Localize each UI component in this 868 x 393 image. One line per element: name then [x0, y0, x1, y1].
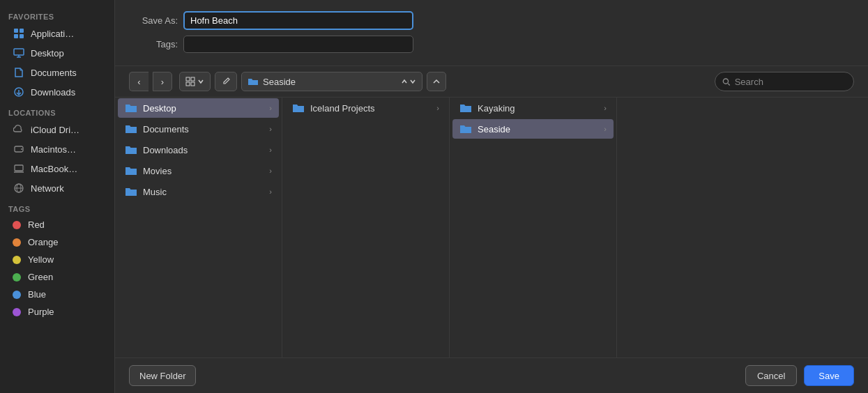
chevron-down-icon [197, 78, 204, 85]
expand-button[interactable] [427, 72, 446, 91]
sidebar-item-label: iCloud Dri… [31, 125, 79, 135]
file-name: Downloads [143, 145, 188, 155]
sidebar-item-label: Yellow [28, 254, 54, 265]
footer-actions: Cancel Save [745, 365, 854, 386]
list-item[interactable]: Downloads › [118, 140, 279, 160]
sidebar-item-documents[interactable]: Documents [4, 63, 110, 82]
location-dropdown[interactable]: Seaside [241, 72, 422, 91]
sidebar-item-macintosh[interactable]: Macintos… [4, 140, 110, 158]
sidebar-item-label: Applicati… [31, 29, 74, 39]
cancel-button[interactable]: Cancel [745, 365, 797, 386]
toolbar: ‹ › Seaside [115, 66, 868, 98]
search-box [715, 72, 854, 91]
sidebar-item-tag-green[interactable]: Green [4, 269, 110, 285]
folder-icon [292, 102, 305, 114]
save-as-input[interactable] [183, 11, 413, 30]
file-name: Kayaking [478, 103, 515, 114]
sidebar-item-label: Green [28, 272, 53, 282]
chevron-right-icon: › [269, 104, 272, 112]
sidebar: Favorites Applicati… Desktop Documents D… [0, 0, 115, 393]
green-dot [13, 273, 21, 282]
folder-icon [125, 123, 137, 135]
locations-section-label: Locations [0, 102, 114, 120]
sidebar-item-icloud[interactable]: iCloud Dri… [4, 121, 110, 139]
purple-dot [13, 308, 21, 316]
sidebar-item-tag-purple[interactable]: Purple [4, 304, 110, 320]
chevron-right-icon: › [269, 146, 272, 154]
list-item[interactable]: Iceland Projects › [285, 98, 446, 118]
tags-section-label: Tags [0, 198, 114, 216]
list-item[interactable]: Seaside › [452, 119, 614, 139]
folder-icon [125, 102, 137, 114]
chevron-up-icon [401, 78, 408, 85]
svg-rect-18 [186, 82, 190, 86]
file-name: Iceland Projects [310, 103, 375, 114]
sidebar-item-label: Blue [28, 289, 46, 300]
svg-rect-19 [191, 82, 195, 86]
folder-icon [125, 185, 137, 198]
sidebar-item-label: Documents [31, 68, 77, 78]
view-icon [185, 77, 195, 86]
sidebar-item-tag-red[interactable]: Red [4, 217, 110, 233]
column-1: Desktop › Documents › Downloads › Movies… [115, 98, 282, 357]
forward-button[interactable]: › [153, 72, 172, 91]
sidebar-item-label: Macintos… [31, 144, 76, 155]
tags-input[interactable] [183, 36, 413, 53]
sidebar-item-network[interactable]: Network [4, 179, 110, 197]
folder-icon [248, 76, 259, 87]
save-button[interactable]: Save [804, 365, 854, 386]
sidebar-item-label: Downloads [31, 87, 75, 98]
svg-rect-16 [186, 77, 190, 81]
red-dot [13, 221, 21, 229]
tags-row: Tags: [129, 36, 854, 53]
blue-dot [13, 291, 21, 299]
sidebar-item-tag-blue[interactable]: Blue [4, 286, 110, 302]
save-as-label: Save As: [129, 15, 178, 26]
svg-point-10 [21, 148, 22, 150]
svg-line-21 [728, 83, 730, 85]
desktop-icon [13, 47, 25, 59]
list-item[interactable]: Music › [118, 182, 279, 201]
sidebar-item-label: Orange [28, 237, 58, 247]
app-icon [13, 27, 25, 40]
svg-point-20 [723, 78, 728, 83]
sidebar-item-desktop[interactable]: Desktop [4, 44, 110, 62]
column-2: Iceland Projects › [282, 98, 450, 357]
sidebar-item-label: Network [31, 183, 64, 194]
list-item[interactable]: Kayaking › [452, 98, 614, 118]
location-label: Seaside [263, 77, 296, 87]
list-item[interactable]: Documents › [118, 119, 279, 139]
column-3: Kayaking › Seaside › [450, 98, 617, 357]
hdd-icon [13, 143, 25, 155]
svg-rect-4 [14, 49, 24, 55]
sidebar-item-label: Red [28, 219, 45, 230]
chevron-up-icon2 [432, 77, 441, 86]
list-item[interactable]: Movies › [118, 161, 279, 180]
file-name: Documents [143, 124, 189, 134]
list-item[interactable]: Desktop › [118, 98, 279, 118]
sidebar-item-downloads[interactable]: Downloads [4, 83, 110, 101]
yellow-dot [13, 256, 21, 264]
search-input[interactable] [735, 77, 846, 87]
network-icon [13, 182, 25, 194]
sidebar-item-applications[interactable]: Applicati… [4, 24, 110, 43]
search-icon [722, 77, 731, 86]
new-folder-button[interactable]: New Folder [129, 365, 196, 386]
view-button[interactable] [179, 72, 211, 91]
file-name: Music [143, 187, 167, 197]
svg-rect-17 [191, 77, 195, 81]
sidebar-item-tag-yellow[interactable]: Yellow [4, 252, 110, 268]
save-as-row: Save As: [129, 11, 854, 30]
documents-icon [13, 66, 25, 79]
action-icon [221, 77, 231, 86]
header: Save As: Tags: [115, 0, 868, 66]
main-panel: Save As: Tags: ‹ › Seaside [115, 0, 868, 393]
sidebar-item-macbook[interactable]: MacBook… [4, 160, 110, 178]
file-name: Movies [143, 166, 172, 176]
action-button[interactable] [215, 72, 237, 91]
folder-icon [125, 164, 137, 177]
sidebar-item-tag-orange[interactable]: Orange [4, 234, 110, 250]
back-button[interactable]: ‹ [129, 72, 149, 91]
svg-rect-3 [20, 34, 24, 38]
svg-rect-2 [14, 34, 18, 38]
